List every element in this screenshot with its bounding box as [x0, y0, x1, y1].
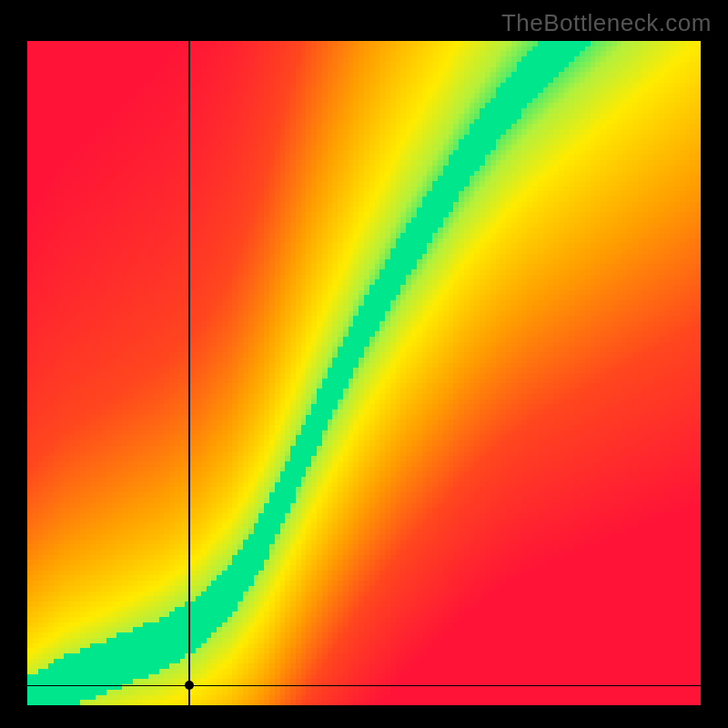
heatmap-canvas — [27, 41, 701, 705]
chart-container: TheBottleneck.com — [0, 0, 728, 728]
crosshair-horizontal — [27, 685, 701, 687]
watermark-text: TheBottleneck.com — [501, 9, 712, 37]
heatmap-plot — [27, 41, 701, 705]
crosshair-vertical — [188, 41, 190, 705]
crosshair-point — [185, 681, 194, 690]
